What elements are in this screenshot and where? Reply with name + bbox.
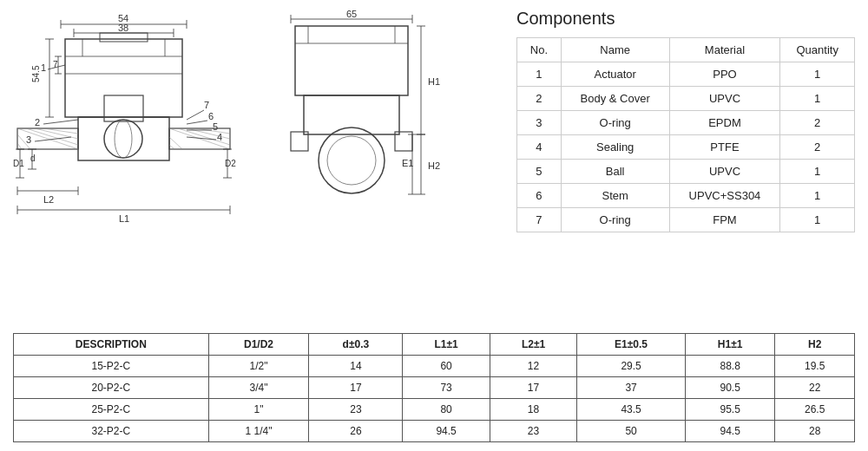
drawing-area: 54 38 1 — [13, 9, 499, 326]
table-row: 2Body & CoverUPVC1 — [517, 87, 855, 111]
spec-cell-d1d2: 1/2" — [208, 356, 309, 377]
svg-text:H2: H2 — [428, 160, 440, 171]
cell-no: 2 — [517, 87, 562, 111]
cell-no: 1 — [517, 62, 562, 87]
spec-cell-l1: 73 — [403, 377, 490, 399]
svg-line-33 — [169, 145, 174, 149]
spec-cell-desc: 20-P2-C — [14, 377, 209, 399]
svg-text:54.5: 54.5 — [31, 65, 41, 82]
svg-line-22 — [26, 128, 78, 145]
specs-col-header: L2±1 — [490, 334, 576, 356]
svg-point-35 — [115, 120, 132, 158]
spec-cell-h2: 22 — [775, 377, 855, 399]
svg-text:65: 65 — [346, 9, 357, 19]
cell-material: UPVC — [669, 160, 780, 184]
spec-cell-e1: 37 — [577, 377, 686, 399]
svg-line-43 — [187, 121, 207, 124]
cell-material: PPO — [669, 62, 780, 87]
svg-rect-83 — [295, 26, 408, 95]
cell-qty: 1 — [780, 62, 855, 87]
col-header-no: No. — [517, 38, 562, 62]
cell-name: Body & Cover — [561, 87, 669, 111]
col-header-qty: Quantity — [780, 38, 855, 62]
table-row: 4SealingPTFE2 — [517, 135, 855, 160]
cell-no: 5 — [517, 160, 562, 184]
spec-cell-h2: 28 — [775, 421, 855, 442]
svg-point-88 — [319, 127, 385, 193]
main-container: 54 38 1 — [0, 0, 868, 451]
spec-cell-e1: 43.5 — [577, 399, 686, 421]
cell-no: 6 — [517, 184, 562, 208]
spec-cell-d1d2: 1" — [208, 399, 309, 421]
svg-rect-13 — [100, 33, 148, 42]
spec-cell-h2: 19.5 — [775, 356, 855, 377]
svg-text:E1: E1 — [402, 158, 413, 168]
top-section: 54 38 1 — [13, 9, 855, 326]
table-row: 1ActuatorPPO1 — [517, 62, 855, 87]
svg-line-23 — [35, 128, 78, 139]
spec-cell-l1: 80 — [403, 399, 490, 421]
cell-material: FPM — [669, 208, 780, 232]
svg-text:7: 7 — [53, 60, 58, 69]
spec-cell-l1: 60 — [403, 356, 490, 377]
spec-cell-h1: 95.5 — [685, 399, 774, 421]
svg-text:3: 3 — [26, 134, 31, 145]
specs-col-header: E1±0.5 — [577, 334, 686, 356]
table-row: 7O-ringFPM1 — [517, 208, 855, 232]
svg-text:7: 7 — [204, 100, 209, 110]
table-row: 20-P2-C3/4"1773173790.522 — [14, 377, 855, 399]
cell-qty: 1 — [780, 208, 855, 232]
col-header-name: Name — [561, 38, 669, 62]
specs-col-header: H1±1 — [685, 334, 774, 356]
spec-cell-d: 14 — [309, 356, 403, 377]
svg-point-89 — [327, 136, 376, 185]
cell-material: EPDM — [669, 111, 780, 135]
spec-cell-e1: 50 — [577, 421, 686, 442]
svg-text:H1: H1 — [428, 76, 440, 87]
cell-qty: 1 — [780, 160, 855, 184]
svg-line-41 — [187, 110, 204, 120]
cell-name: O-ring — [561, 208, 669, 232]
spec-cell-d: 17 — [309, 377, 403, 399]
svg-text:L1: L1 — [119, 213, 129, 224]
spec-cell-e1: 29.5 — [577, 356, 686, 377]
table-row: 5BallUPVC1 — [517, 160, 855, 184]
cell-no: 3 — [517, 111, 562, 135]
specs-col-header: D1/D2 — [208, 334, 309, 356]
cell-name: Stem — [561, 184, 669, 208]
cell-name: O-ring — [561, 111, 669, 135]
spec-cell-l1: 94.5 — [403, 421, 490, 442]
cell-name: Sealing — [561, 135, 669, 160]
svg-text:D2: D2 — [225, 159, 236, 168]
components-area: Components No. Name Material Quantity 1A… — [508, 9, 855, 326]
svg-text:2: 2 — [35, 117, 40, 127]
svg-text:4: 4 — [217, 132, 222, 142]
specs-col-header: DESCRIPTION — [14, 334, 209, 356]
svg-rect-16 — [78, 117, 169, 160]
spec-cell-desc: 32-P2-C — [14, 421, 209, 442]
spec-cell-desc: 15-P2-C — [14, 356, 209, 377]
table-row: 32-P2-C1 1/4"2694.5235094.528 — [14, 421, 855, 442]
spec-cell-desc: 25-P2-C — [14, 399, 209, 421]
specs-col-header: H2 — [775, 334, 855, 356]
side-view-svg: 54 38 1 — [13, 9, 273, 304]
svg-point-34 — [104, 120, 142, 158]
front-view-svg: 65 H1 — [278, 9, 451, 304]
svg-text:d: d — [30, 154, 36, 163]
spec-cell-d1d2: 3/4" — [208, 377, 309, 399]
col-header-material: Material — [669, 38, 780, 62]
svg-rect-87 — [304, 95, 399, 134]
spec-cell-h1: 94.5 — [685, 421, 774, 442]
table-row: 3O-ringEPDM2 — [517, 111, 855, 135]
spec-cell-h1: 88.8 — [685, 356, 774, 377]
specs-col-header: L1±1 — [403, 334, 490, 356]
cell-material: UPVC — [669, 87, 780, 111]
components-title: Components — [516, 9, 855, 29]
spec-cell-h1: 90.5 — [685, 377, 774, 399]
table-row: 25-P2-C1"23801843.595.526.5 — [14, 399, 855, 421]
cell-name: Actuator — [561, 62, 669, 87]
svg-text:L2: L2 — [43, 194, 54, 205]
cell-no: 4 — [517, 135, 562, 160]
spec-cell-l2: 23 — [490, 421, 576, 442]
svg-line-24 — [43, 128, 78, 134]
